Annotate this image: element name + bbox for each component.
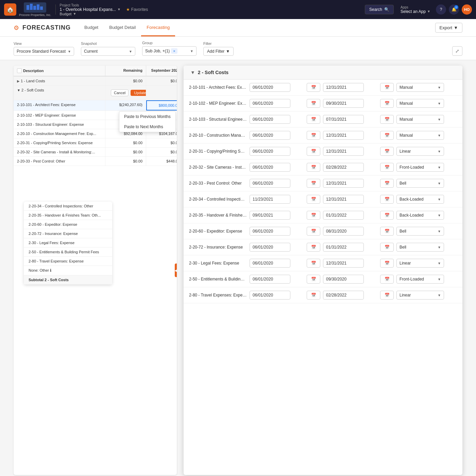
end-date-input[interactable] <box>323 211 364 220</box>
start-date-input[interactable] <box>250 227 290 236</box>
scroll-left-btn[interactable]: ◀◀ <box>175 264 177 277</box>
start-cal-btn[interactable]: 📅 <box>307 195 320 204</box>
end-date-input[interactable] <box>323 243 364 252</box>
start-cal-btn[interactable]: 📅 <box>307 227 320 236</box>
method-select[interactable]: Back-Loaded ▼ <box>396 195 444 204</box>
favorites-btn[interactable]: ★ Favorites <box>126 7 148 12</box>
start-date-input[interactable] <box>250 243 290 252</box>
end-date-input[interactable] <box>323 131 364 140</box>
end-date-input[interactable] <box>323 163 364 172</box>
select-all-checkbox[interactable] <box>17 68 22 73</box>
table-row[interactable]: 2-20-31 - Copying/Printing Services: Exp… <box>14 138 177 148</box>
start-date-input[interactable] <box>250 131 290 140</box>
table-row[interactable]: 2-10-101 - Architect Fees: Expense $(240… <box>14 100 177 111</box>
export-button[interactable]: Export ▼ <box>435 23 462 33</box>
start-cal-btn[interactable]: 📅 <box>307 99 320 108</box>
tab-budget[interactable]: Budget <box>79 19 104 36</box>
method-select[interactable]: Manual ▼ <box>396 131 444 140</box>
end-date-input[interactable] <box>323 115 364 124</box>
method-select[interactable]: Bell ▼ <box>396 243 444 252</box>
end-cal-btn[interactable]: 📅 <box>380 291 394 300</box>
method-select[interactable]: Front-Loaded ▼ <box>396 275 444 284</box>
method-select[interactable]: Bell ▼ <box>396 179 444 188</box>
paste-previous-months-item[interactable]: Paste to Previous Months <box>119 112 175 122</box>
method-select[interactable]: Manual ▼ <box>396 99 444 108</box>
start-cal-btn[interactable]: 📅 <box>307 163 320 172</box>
method-select[interactable]: Linear ▼ <box>396 259 444 268</box>
end-date-input[interactable] <box>323 275 364 284</box>
tab-forecasting[interactable]: Forecasting <box>141 19 175 36</box>
start-date-input[interactable] <box>250 83 290 92</box>
list-item[interactable]: 2-30 - Legal Fees: Expense <box>24 238 112 248</box>
start-date-input[interactable] <box>250 211 290 220</box>
table-row[interactable]: ▶ 1 - Land Costs $0.00 $0.00 $0.00 $0.00… <box>14 76 177 86</box>
method-select[interactable]: Linear ▼ <box>396 147 444 156</box>
end-cal-btn[interactable]: 📅 <box>380 163 394 172</box>
list-item[interactable]: 2-20-34 - Controlled Inspections: Other <box>24 202 112 211</box>
start-date-input[interactable] <box>250 195 290 204</box>
snapshot-filter-select[interactable]: Current ▼ <box>81 47 135 56</box>
view-filter-select[interactable]: Procore Standard Forecast ▼ <box>14 47 74 56</box>
td-editing[interactable] <box>146 100 177 111</box>
end-cal-btn[interactable]: 📅 <box>380 115 394 124</box>
end-date-input[interactable] <box>323 99 364 108</box>
start-cal-btn[interactable]: 📅 <box>307 131 320 140</box>
start-date-input[interactable] <box>250 147 290 156</box>
end-cal-btn[interactable]: 📅 <box>380 131 394 140</box>
method-select[interactable]: Back-Loaded ▼ <box>396 211 444 220</box>
end-date-input[interactable] <box>323 291 364 300</box>
help-btn[interactable]: ? <box>436 4 446 15</box>
group-filter-select[interactable]: Sub Job, +(1) × ▼ <box>142 46 197 56</box>
end-date-input[interactable] <box>323 147 364 156</box>
list-item[interactable]: 2-20-35 - Handover & Finishes Team: Oth.… <box>24 211 112 220</box>
start-cal-btn[interactable]: 📅 <box>307 179 320 188</box>
list-item[interactable]: None: Other ℹ <box>24 266 112 275</box>
start-cal-btn[interactable]: 📅 <box>307 115 320 124</box>
method-select[interactable]: Linear ▼ <box>396 291 444 300</box>
start-date-input[interactable] <box>250 163 290 172</box>
end-cal-btn[interactable]: 📅 <box>380 227 394 236</box>
end-date-input[interactable] <box>323 227 364 236</box>
method-select[interactable]: Front-Loaded ▼ <box>396 163 444 172</box>
cell-edit-input[interactable] <box>150 103 177 107</box>
start-cal-btn[interactable]: 📅 <box>307 83 320 92</box>
expand-arrow-icon[interactable]: ▶ <box>17 79 20 83</box>
tab-budget-detail[interactable]: Budget Detail <box>104 19 141 36</box>
start-cal-btn[interactable]: 📅 <box>307 291 320 300</box>
start-date-input[interactable] <box>250 291 290 300</box>
method-select[interactable]: Bell ▼ <box>396 227 444 236</box>
start-cal-btn[interactable]: 📅 <box>307 211 320 220</box>
home-icon[interactable]: 🏠 <box>4 3 16 16</box>
list-item[interactable]: 2-20-72 - Insurance: Expense <box>24 229 112 238</box>
notifications-btn[interactable]: 🔔 0 <box>449 4 459 15</box>
search-btn[interactable]: Search 🔍 <box>365 5 394 14</box>
table-row[interactable]: ▼ 2 - Soft Costs Cancel Update Row <box>14 86 177 100</box>
end-cal-btn[interactable]: 📅 <box>380 179 394 188</box>
start-cal-btn[interactable]: 📅 <box>307 275 320 284</box>
start-date-input[interactable] <box>250 179 290 188</box>
start-cal-btn[interactable]: 📅 <box>307 259 320 268</box>
company-project-dropdown[interactable]: Project Tools 1 - Overlook Hospital Expa… <box>60 3 121 16</box>
end-cal-btn[interactable]: 📅 <box>380 259 394 268</box>
user-avatar[interactable]: HO <box>462 4 472 15</box>
paste-next-months-item[interactable]: Paste to Next Months <box>119 122 175 132</box>
collapse-arrow-icon[interactable]: ▼ <box>17 88 20 92</box>
method-select[interactable]: Manual ▼ <box>396 83 444 92</box>
update-row-button[interactable]: Update Row <box>131 90 146 96</box>
end-cal-btn[interactable]: 📅 <box>380 147 394 156</box>
table-row[interactable]: 2-20-33 - Pest Control: Other $0.00 $448… <box>14 157 177 166</box>
start-date-input[interactable] <box>250 275 290 284</box>
end-date-input[interactable] <box>323 83 364 92</box>
list-item[interactable]: 2-50 - Entitlements & Building Permit Fe… <box>24 248 112 257</box>
apps-dropdown[interactable]: Apps Select an App ▼ <box>401 5 430 14</box>
start-date-input[interactable] <box>250 259 290 268</box>
start-date-input[interactable] <box>250 115 290 124</box>
end-cal-btn[interactable]: 📅 <box>380 195 394 204</box>
end-cal-btn[interactable]: 📅 <box>380 243 394 252</box>
list-item[interactable]: 2-20-60 - Expeditor: Expense <box>24 220 112 229</box>
end-cal-btn[interactable]: 📅 <box>380 275 394 284</box>
table-row[interactable]: 2-20-32 - Site Cameras - Install & Monit… <box>14 148 177 157</box>
end-cal-btn[interactable]: 📅 <box>380 211 394 220</box>
end-date-input[interactable] <box>323 179 364 188</box>
expand-collapse-btn[interactable]: ⤢ <box>452 46 462 56</box>
